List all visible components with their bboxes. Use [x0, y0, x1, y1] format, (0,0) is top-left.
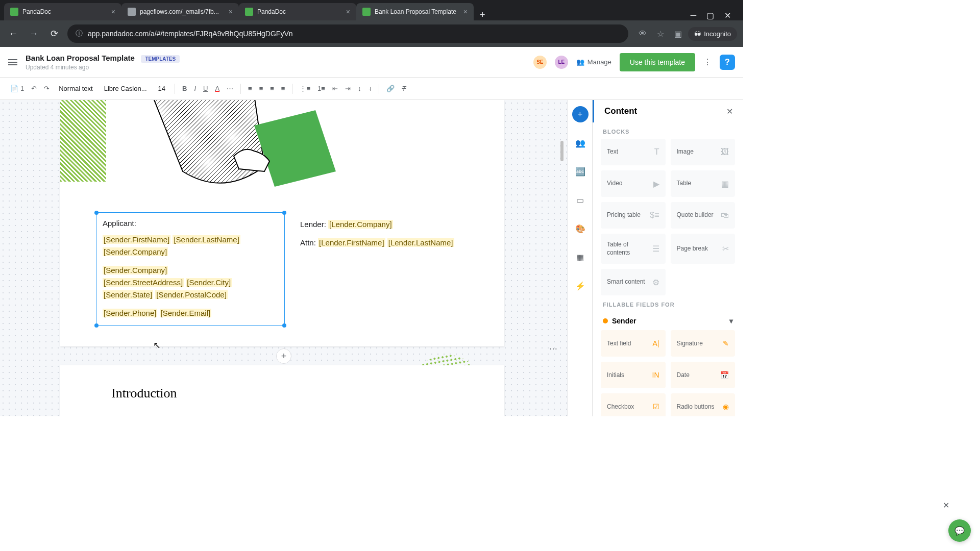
field-initials[interactable]: InitialsIN	[601, 362, 666, 388]
token-sender-city[interactable]: [Sender.City]	[186, 278, 232, 287]
field-radio[interactable]: Radio buttons◉	[671, 393, 736, 416]
panel-icon[interactable]: ▣	[674, 29, 682, 39]
browser-tab[interactable]: PandaDoc ×	[239, 3, 356, 20]
token-sender-email[interactable]: [Sender.Email]	[160, 309, 212, 317]
reload-button[interactable]: ⟳	[47, 28, 61, 39]
block-table[interactable]: Table▦	[671, 170, 736, 197]
align-right-button[interactable]: ≡	[270, 85, 274, 92]
design-button[interactable]: 🎨	[572, 220, 589, 237]
italic-button[interactable]: I	[194, 85, 196, 92]
bookmark-icon[interactable]: ☆	[657, 29, 664, 39]
align-left-button[interactable]: ≡	[248, 85, 252, 92]
token-lender-lastname[interactable]: [Lender.LastName]	[387, 238, 454, 247]
apps-button[interactable]: ▦	[572, 249, 589, 265]
document-page[interactable]: Applicant: [Sender.FirstName] [Sender.La…	[60, 100, 504, 346]
field-signature[interactable]: Signature✎	[671, 330, 736, 357]
clear-format-button[interactable]: T	[402, 85, 406, 92]
add-block-button[interactable]: +	[276, 348, 291, 364]
hero-image-block[interactable]	[60, 100, 504, 202]
line-height-button[interactable]: ↕	[358, 85, 361, 92]
maximize-icon[interactable]: ▢	[706, 11, 714, 20]
number-list-button[interactable]: 1≡	[317, 85, 325, 92]
token-lender-firstname[interactable]: [Lender.FirstName]	[318, 238, 385, 247]
avatar-le[interactable]: LE	[555, 56, 568, 69]
eye-off-icon[interactable]: 👁	[639, 29, 647, 38]
token-sender-phone[interactable]: [Sender.Phone]	[103, 309, 157, 317]
incognito-badge[interactable]: 🕶 Incognito	[688, 27, 737, 41]
scrollbar-thumb[interactable]	[560, 141, 564, 161]
selection-handle[interactable]	[94, 323, 99, 328]
text-color-button[interactable]: A	[215, 85, 219, 92]
token-sender-street[interactable]: [Sender.StreetAddress]	[103, 278, 184, 287]
url-input[interactable]: ⓘ app.pandadoc.com/a/#/templates/FJRqA9v…	[67, 24, 628, 43]
applicant-text-block[interactable]: Applicant: [Sender.FirstName] [Sender.La…	[96, 212, 285, 326]
redo-button[interactable]: ↷	[44, 85, 50, 92]
recipients-button[interactable]: 👥	[572, 135, 589, 151]
block-smart-content[interactable]: Smart content⚙	[601, 269, 666, 295]
document-page-2[interactable]: Introduction	[60, 365, 504, 416]
avatar-se[interactable]: SE	[533, 56, 547, 69]
more-format-button[interactable]: ⋯	[227, 85, 233, 92]
token-sender-company[interactable]: [Sender.Company]	[103, 247, 168, 256]
minimize-icon[interactable]: ─	[691, 11, 696, 20]
font-family-select[interactable]: Libre Caslon...	[102, 85, 149, 92]
tab-close-icon[interactable]: ×	[229, 8, 233, 16]
pages-button[interactable]: 📄 1	[10, 85, 24, 92]
automation-button[interactable]: ⚡	[572, 278, 589, 294]
block-more-button[interactable]: ⋯	[549, 344, 557, 354]
selection-handle[interactable]	[94, 211, 99, 215]
underline-button[interactable]: U	[203, 85, 208, 92]
token-lender-company[interactable]: [Lender.Company]	[328, 220, 393, 229]
browser-tab-active[interactable]: Bank Loan Proposal Template ×	[356, 3, 474, 20]
add-content-button[interactable]: +	[572, 106, 589, 122]
block-video[interactable]: Video▶	[601, 170, 666, 197]
manage-button[interactable]: 👥 Manage	[576, 58, 611, 66]
tab-close-icon[interactable]: ×	[346, 8, 350, 16]
bullet-list-button[interactable]: ⋮≡	[300, 85, 310, 92]
use-template-button[interactable]: Use this template	[620, 53, 695, 71]
lender-text-block[interactable]: Lender: [Lender.Company] Attn: [Lender.F…	[300, 212, 469, 326]
panel-close-icon[interactable]: ✕	[726, 107, 733, 116]
link-button[interactable]: 🔗	[386, 85, 395, 92]
layout-button[interactable]: ▭	[572, 192, 589, 208]
bold-button[interactable]: B	[182, 85, 187, 92]
token-sender-postal[interactable]: [Sender.PostalCode]	[155, 290, 228, 299]
block-text[interactable]: TextT	[601, 139, 666, 165]
indent-left-button[interactable]: ⇤	[332, 85, 338, 92]
close-window-icon[interactable]: ✕	[724, 11, 731, 20]
spacing-button[interactable]: ⫞	[368, 85, 372, 92]
sender-selector[interactable]: Sender ▾	[593, 312, 743, 330]
field-checkbox[interactable]: Checkbox☑	[601, 393, 666, 416]
block-quote-builder[interactable]: Quote builder🛍	[671, 202, 736, 229]
block-page-break[interactable]: Page break✂	[671, 234, 736, 264]
tab-close-icon[interactable]: ×	[463, 8, 468, 16]
field-text[interactable]: Text fieldA|	[601, 330, 666, 357]
selection-handle[interactable]	[282, 211, 286, 215]
help-button[interactable]: ?	[720, 55, 735, 70]
browser-tab[interactable]: pageflows.com/_emails/7fb... ×	[121, 3, 239, 20]
paragraph-style-select[interactable]: Normal text	[57, 85, 94, 92]
token-sender-company[interactable]: [Sender.Company]	[103, 266, 168, 274]
block-toc[interactable]: Table of contents☰	[601, 234, 666, 264]
selection-handle[interactable]	[282, 323, 286, 328]
field-date[interactable]: Date📅	[671, 362, 736, 388]
tab-close-icon[interactable]: ×	[111, 8, 115, 16]
variables-button[interactable]: 🔤	[572, 163, 589, 180]
block-image[interactable]: Image🖼	[671, 139, 736, 165]
back-button[interactable]: ←	[6, 29, 20, 39]
align-justify-button[interactable]: ≡	[281, 85, 285, 92]
menu-button[interactable]	[8, 58, 17, 67]
indent-right-button[interactable]: ⇥	[345, 85, 351, 92]
more-options-button[interactable]: ⋮	[703, 57, 712, 67]
token-sender-state[interactable]: [Sender.State]	[103, 290, 153, 299]
token-sender-firstname[interactable]: [Sender.FirstName]	[103, 235, 170, 244]
document-canvas[interactable]: Applicant: [Sender.FirstName] [Sender.La…	[0, 100, 568, 416]
forward-button[interactable]: →	[27, 29, 41, 39]
align-center-button[interactable]: ≡	[259, 85, 263, 92]
browser-tab[interactable]: PandaDoc ×	[4, 3, 121, 20]
block-pricing-table[interactable]: Pricing table$≡	[601, 202, 666, 229]
intro-heading[interactable]: Introduction	[111, 386, 453, 401]
document-title[interactable]: Bank Loan Proposal Template	[26, 54, 135, 62]
token-sender-lastname[interactable]: [Sender.LastName]	[173, 235, 240, 244]
new-tab-button[interactable]: +	[474, 10, 492, 20]
